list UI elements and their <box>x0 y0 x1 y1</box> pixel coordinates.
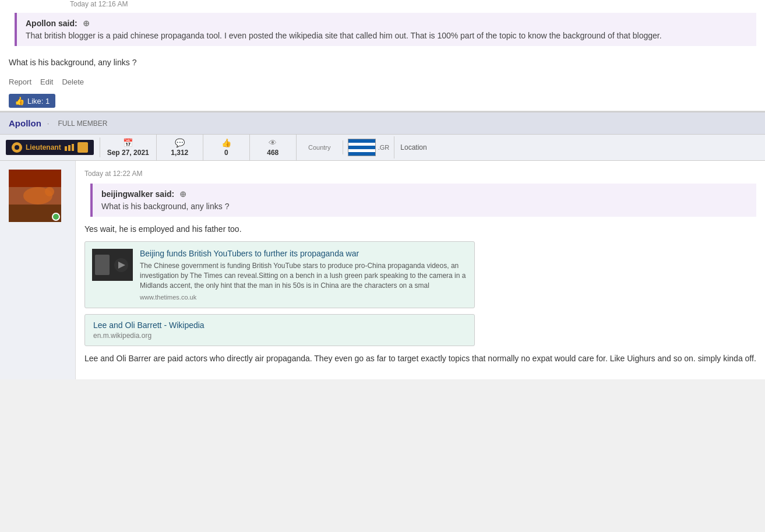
link-title-2[interactable]: Lee and Oli Barrett - Wikipedia <box>93 320 205 330</box>
report-action[interactable]: Report <box>9 77 31 86</box>
member-sidebar <box>0 161 76 379</box>
reactions-given-value: 0 <box>224 149 228 157</box>
flag-image <box>348 139 376 156</box>
link-title-1[interactable]: Beijing funds British YouTubers to furth… <box>140 249 467 258</box>
lieutenant-badge: Lieutenant <box>6 140 94 155</box>
quote-author-link[interactable]: Apollon said: <box>26 19 77 28</box>
quote-expand-icon[interactable]: ⊕ <box>83 19 90 28</box>
member-name-link[interactable]: Apollon <box>9 118 41 128</box>
rank-badge: Lieutenant <box>0 138 100 157</box>
quote-author-2-link[interactable]: beijingwalker said: <box>101 189 174 199</box>
message-icon: 💬 <box>175 138 185 147</box>
link-url-1: www.thetimes.co.uk <box>140 294 467 301</box>
calendar-icon: 📅 <box>123 138 133 147</box>
link-desc-1: The Chinese government is funding Britis… <box>140 261 467 290</box>
stat-location: Location <box>394 141 432 154</box>
quote-block-2: beijingwalker said: ⊕ What is his backgr… <box>90 184 756 217</box>
svg-rect-2 <box>9 170 61 187</box>
quote-text-1: That british blogger is a paid chinese p… <box>26 31 748 40</box>
flag-greece: .GR <box>343 136 395 158</box>
link-preview-1: Beijing funds British YouTubers to furth… <box>84 241 475 308</box>
stat-country: Country <box>297 140 343 154</box>
stat-reactions-received: 👁 468 <box>250 135 297 160</box>
post-apollon: Apollon · FULL MEMBER Lieutenant <box>0 111 765 379</box>
post-1-actions: Report Edit Delete <box>9 73 756 91</box>
join-date-value: Sep 27, 2021 <box>107 149 149 157</box>
thumb-image <box>92 249 133 281</box>
gold-block <box>77 142 88 153</box>
thumbup-icon: 👍 <box>221 138 231 147</box>
post-content-area: Today at 12:22 AM beijingwalker said: ⊕ … <box>76 161 765 379</box>
svg-point-0 <box>15 145 19 150</box>
link-preview-2: Lee and Oli Barrett - Wikipedia en.m.wik… <box>84 314 475 346</box>
member-role: FULL MEMBER <box>58 119 107 128</box>
stat-messages: 💬 1,312 <box>157 135 203 160</box>
quote-author-1: Apollon said: ⊕ <box>26 19 748 28</box>
member-stats-bar: Lieutenant 📅 Sep 27, 2021 💬 1, <box>0 134 765 161</box>
messages-value: 1,312 <box>171 149 188 157</box>
link-thumb-1 <box>92 249 133 281</box>
quote-block-1: Apollon said: ⊕ That british blogger is … <box>15 13 756 46</box>
post-2-content: Lee and Oli Barrer are paid actors who d… <box>84 352 756 365</box>
delete-action[interactable]: Delete <box>62 77 84 86</box>
online-indicator <box>52 213 60 221</box>
page-wrapper: Today at 12:16 AM Apollon said: ⊕ That b… <box>0 0 765 379</box>
reactions-received-value: 468 <box>267 149 278 157</box>
post-1-timestamp: Today at 12:16 AM <box>70 0 765 8</box>
like-row: 👍 Like: 1 <box>9 91 756 111</box>
quote-expand-icon-2[interactable]: ⊕ <box>179 189 186 199</box>
post-previous: Today at 12:16 AM Apollon said: ⊕ That b… <box>0 0 765 111</box>
member-header: Apollon · FULL MEMBER <box>0 112 765 134</box>
quote-author-2: beijingwalker said: ⊕ <box>101 189 748 199</box>
stat-join-date: 📅 Sep 27, 2021 <box>100 135 157 160</box>
svg-point-6 <box>45 187 54 196</box>
post-2-timestamp: Today at 12:22 AM <box>84 170 756 178</box>
edit-action[interactable]: Edit <box>40 77 53 86</box>
link-url-2: en.m.wikipedia.org <box>93 332 466 340</box>
svg-rect-8 <box>95 255 110 275</box>
location-label: Location <box>400 143 426 152</box>
like-label: Like: 1 <box>27 97 50 105</box>
flag-stripe-5 <box>348 152 375 156</box>
badge-icon <box>12 142 22 153</box>
link-content-1: Beijing funds British YouTubers to furth… <box>140 249 467 300</box>
stat-reactions-given: 👍 0 <box>203 135 250 160</box>
like-icon: 👍 <box>15 96 24 105</box>
post-2-intro: Yes wait, he is employed and his father … <box>84 223 756 235</box>
post-1-content: What is his background, any links ? <box>9 52 756 73</box>
eye-icon: 👁 <box>269 138 277 147</box>
avatar-container <box>9 170 61 222</box>
like-button[interactable]: 👍 Like: 1 <box>9 94 55 108</box>
quote-text-2: What is his background, any links ? <box>101 202 748 211</box>
badge-label: Lieutenant <box>26 143 61 152</box>
member-post-body: Today at 12:22 AM beijingwalker said: ⊕ … <box>0 161 765 379</box>
country-label: Country <box>308 144 331 151</box>
badge-bars <box>65 144 74 151</box>
